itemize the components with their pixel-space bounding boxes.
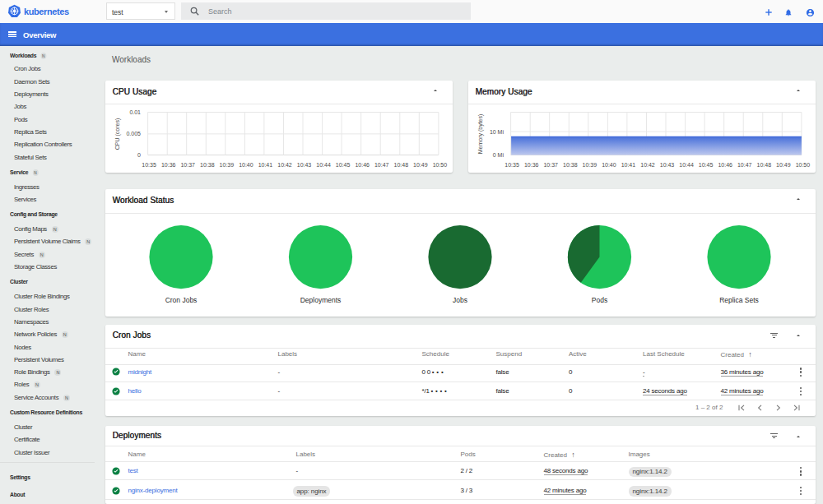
svg-text:10:37: 10:37 [180,162,195,168]
svg-text:10:45: 10:45 [336,162,351,168]
svg-text:10:35: 10:35 [142,162,156,168]
svg-text:Memory (bytes): Memory (bytes) [477,114,484,155]
svg-text:10:47: 10:47 [737,162,752,168]
svg-text:0.01: 0.01 [129,109,141,115]
svg-text:CPU (cores): CPU (cores) [114,118,121,150]
svg-text:10:43: 10:43 [660,162,675,168]
svg-text:Pods: Pods [592,296,607,304]
svg-text:10 Mi: 10 Mi [490,129,504,135]
svg-text:Jobs: Jobs [453,296,467,304]
svg-text:10:36: 10:36 [161,162,176,168]
svg-text:10:39: 10:39 [220,162,235,168]
svg-text:Cron Jobs: Cron Jobs [165,296,198,304]
svg-text:10:40: 10:40 [602,162,616,168]
svg-text:0.005: 0.005 [126,131,141,136]
svg-text:10:41: 10:41 [621,162,636,168]
svg-text:10:49: 10:49 [413,162,428,168]
svg-text:Deployments: Deployments [300,296,342,304]
svg-text:10:48: 10:48 [757,162,772,168]
svg-text:10:38: 10:38 [200,162,215,168]
svg-text:10:49: 10:49 [776,162,791,168]
svg-text:10:47: 10:47 [374,162,389,168]
svg-text:10:35: 10:35 [504,162,519,168]
svg-text:10:45: 10:45 [699,162,714,168]
svg-text:10:36: 10:36 [524,162,539,168]
svg-text:0 Mi: 0 Mi [493,152,504,158]
svg-text:10:37: 10:37 [543,162,558,168]
svg-text:Replica Sets: Replica Sets [719,296,759,304]
svg-text:10:38: 10:38 [563,162,578,168]
svg-text:10:48: 10:48 [394,162,409,168]
svg-text:0: 0 [137,152,141,158]
svg-text:10:44: 10:44 [679,162,694,168]
svg-text:10:44: 10:44 [316,162,331,168]
svg-text:10:50: 10:50 [796,162,811,168]
svg-text:10:46: 10:46 [355,162,370,168]
svg-text:10:42: 10:42 [277,162,292,168]
svg-text:10:50: 10:50 [433,162,448,168]
svg-text:10:40: 10:40 [239,162,253,168]
svg-text:10:46: 10:46 [718,162,732,168]
svg-text:10:41: 10:41 [258,162,273,168]
svg-text:10:39: 10:39 [583,162,597,168]
svg-text:10:43: 10:43 [297,162,312,168]
svg-text:10:42: 10:42 [640,162,655,168]
